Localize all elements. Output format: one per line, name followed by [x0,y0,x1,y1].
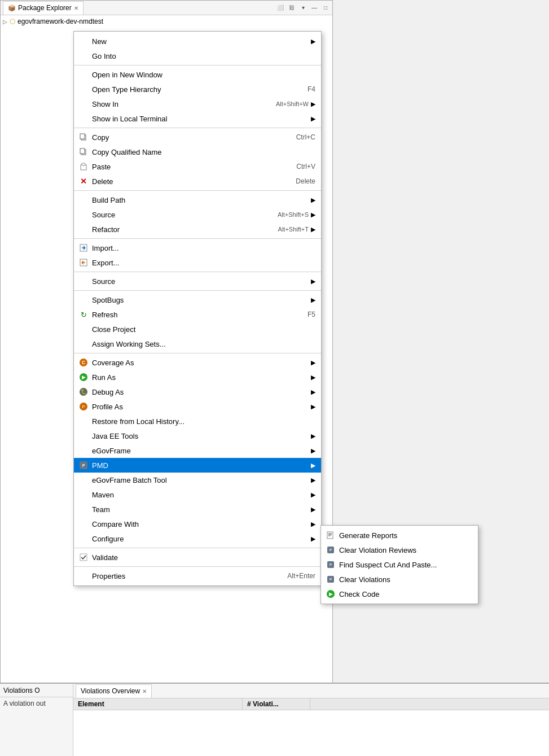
submenu-item-find-suspect-cut-paste[interactable]: P Find Suspect Cut And Paste... [321,557,478,572]
menu-item-configure[interactable]: Configure ▶ [74,531,321,546]
menu-item-open-new-window[interactable]: Open in New Window [74,67,321,82]
properties-shortcut: Alt+Enter [270,572,315,580]
source-1-shortcut: Alt+Shift+S [272,211,309,218]
open-new-window-label: Open in New Window [92,71,162,79]
menu-item-paste[interactable]: Paste Ctrl+V [74,159,321,174]
package-explorer-tab[interactable]: 📦 Package Explorer ✕ [3,1,84,15]
separator-7 [74,353,321,353]
build-path-arrow-icon: ▶ [305,196,315,204]
submenu-item-generate-reports[interactable]: Generate Reports [321,528,478,543]
menu-item-profile-as[interactable]: P Profile As ▶ [74,399,321,414]
menu-item-debug-as[interactable]: 🐛 Debug As ▶ [74,384,321,399]
egovframe-batch-tool-label: eGovFrame Batch Tool [92,476,167,484]
team-label: Team [92,505,110,514]
menu-item-spotbugs[interactable]: SpotBugs ▶ [74,292,321,307]
menu-item-validate[interactable]: Validate [74,550,321,565]
menu-item-import[interactable]: Import... [74,241,321,255]
source-2-label: Source [92,277,115,286]
profile-as-label: Profile As [92,403,123,411]
clear-violation-reviews-label: Clear Violation Reviews [339,546,416,554]
build-path-label: Build Path [92,196,125,204]
menu-item-show-local-terminal[interactable]: Show in Local Terminal ▶ [74,111,321,126]
menu-item-properties[interactable]: Properties Alt+Enter [74,569,321,583]
profile-as-icon: P [78,401,89,412]
settings-icon[interactable]: ▾ [298,3,308,12]
right-panel [333,0,549,756]
violations-col-element: Element [73,698,243,710]
menu-item-maven[interactable]: Maven ▶ [74,487,321,502]
refactor-arrow-icon: ▶ [309,226,315,233]
show-in-shortcut: Alt+Shift+W [270,100,309,107]
new-arrow-icon: ▶ [305,38,315,45]
menu-item-assign-working-sets[interactable]: Assign Working Sets... [74,337,321,351]
run-as-label: Run As [92,373,116,382]
context-menu: New ▶ Go Into Open in New Window Open Ty… [73,31,322,586]
export-label: Export... [92,259,119,267]
clear-violation-reviews-icon: P [326,545,336,555]
chain-icon[interactable]: ⛓ [287,3,296,12]
menu-item-egovframe[interactable]: eGovFrame ▶ [74,443,321,458]
submenu-item-check-code[interactable]: ▶ Check Code [321,587,478,601]
java-ee-tools-arrow-icon: ▶ [305,432,315,440]
menu-item-copy[interactable]: Copy Ctrl+C [74,130,321,145]
properties-label: Properties [92,572,125,580]
maximize-icon[interactable]: □ [321,3,330,12]
menu-item-build-path[interactable]: Build Path ▶ [74,193,321,207]
source-1-label: Source [92,211,115,219]
violations-overview-close-button[interactable]: ✕ [142,688,147,694]
menu-item-gointo[interactable]: Go Into [74,49,321,63]
gointo-label: Go Into [92,52,116,60]
menu-item-open-type-hierarchy[interactable]: Open Type Hierarchy F4 [74,82,321,97]
menu-item-refactor[interactable]: Refactor Alt+Shift+T ▶ [74,222,321,237]
menu-item-java-ee-tools[interactable]: Java EE Tools ▶ [74,429,321,443]
svg-rect-14 [80,554,87,561]
violations-left-content: A violation out [0,697,73,710]
svg-rect-15 [327,532,333,539]
refresh-label: Refresh [92,311,118,319]
pmd-label: PMD [92,461,108,470]
violations-overview-tab[interactable]: Violations Overview ✕ [76,684,152,698]
maven-label: Maven [92,491,114,499]
paste-label: Paste [92,163,111,171]
violations-left-panel: Violations O A violation out [0,683,73,756]
compare-with-label: Compare With [92,520,139,528]
menu-item-restore-local-history[interactable]: Restore from Local History... [74,414,321,429]
delete-label: Delete [92,177,113,186]
show-in-arrow-icon: ▶ [309,100,315,108]
menu-item-pmd[interactable]: P PMD ▶ [74,458,321,473]
tab-close-button[interactable]: ✕ [74,5,78,11]
menu-item-refresh[interactable]: ↻ Refresh F5 [74,307,321,322]
show-local-terminal-arrow-icon: ▶ [305,115,315,123]
menu-item-export[interactable]: Export... [74,255,321,270]
submenu-item-clear-violation-reviews[interactable]: P Clear Violation Reviews [321,543,478,557]
java-ee-tools-label: Java EE Tools [92,432,138,440]
menu-item-delete[interactable]: ✕ Delete Delete [74,174,321,189]
menu-item-copy-qualified-name[interactable]: Copy Qualified Name [74,145,321,159]
minimize-icon[interactable]: ⬜ [276,3,285,12]
project-row[interactable]: ▷ ⬡ egovframework-dev-nmdtest [1,15,332,28]
configure-arrow-icon: ▶ [305,535,315,543]
menu-item-source-2[interactable]: Source ▶ [74,274,321,289]
paste-icon [78,161,89,172]
menu-item-new[interactable]: New ▶ [74,34,321,49]
generate-reports-label: Generate Reports [339,531,397,540]
generate-reports-icon [326,530,336,540]
separator-2 [74,128,321,128]
menu-item-show-in[interactable]: Show In Alt+Shift+W ▶ [74,97,321,111]
menu-item-compare-with[interactable]: Compare With ▶ [74,517,321,531]
menu-item-run-as[interactable]: ▶ Run As ▶ [74,370,321,384]
project-name: egovframework-dev-nmdtest [17,18,103,25]
submenu-item-clear-violations[interactable]: P Clear Violations [321,572,478,587]
violations-overview-tab-label: Violations Overview [81,687,140,695]
menu-item-source-1[interactable]: Source Alt+Shift+S ▶ [74,207,321,222]
menu-item-egovframe-batch-tool[interactable]: eGovFrame Batch Tool ▶ [74,473,321,487]
import-icon [78,243,89,253]
violations-left-title: Violations O [3,687,39,694]
compare-with-arrow-icon: ▶ [305,521,315,528]
menu-item-team[interactable]: Team ▶ [74,502,321,517]
menu-item-close-project[interactable]: Close Project [74,322,321,337]
collapse-icon[interactable]: — [310,3,319,12]
menu-item-coverage-as[interactable]: C Coverage As ▶ [74,355,321,370]
copy-qualified-icon [78,147,89,157]
separator-6 [74,290,321,291]
